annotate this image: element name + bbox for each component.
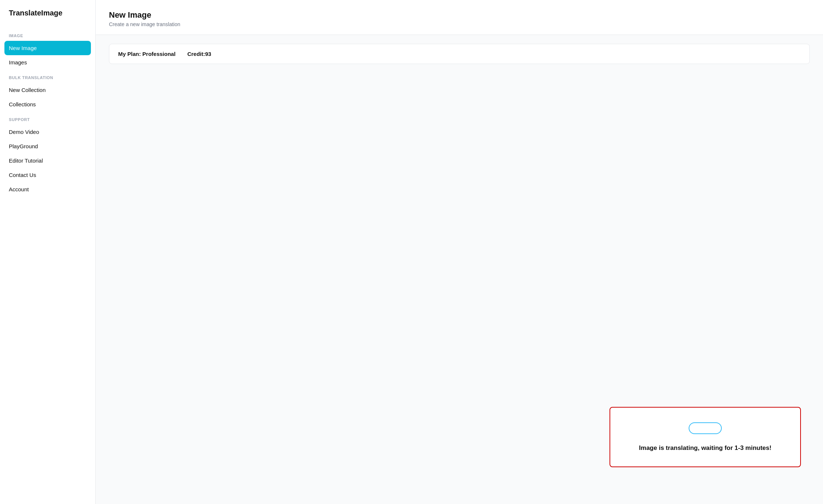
loading-indicator <box>689 422 722 434</box>
main-header: New Image Create a new image translation <box>96 0 823 35</box>
sidebar-item-demo-video[interactable]: Demo Video <box>0 125 95 139</box>
main-content: New Image Create a new image translation… <box>96 0 823 504</box>
sidebar-item-contact-us[interactable]: Contact Us <box>0 168 95 182</box>
sidebar-item-new-image[interactable]: New Image <box>4 41 91 55</box>
page-title: New Image <box>109 10 810 20</box>
sidebar-item-images[interactable]: Images <box>0 55 95 70</box>
sidebar-item-account[interactable]: Account <box>0 182 95 196</box>
section-label-image: IMAGE <box>0 28 95 41</box>
credit-label: Credit:93 <box>187 51 211 57</box>
translation-status-card: Image is translating, waiting for 1-3 mi… <box>610 407 801 467</box>
plan-label: My Plan: Professional <box>118 51 176 57</box>
sidebar-item-collections[interactable]: Collections <box>0 97 95 111</box>
section-label-bulk-translation: BULK TRANSLATION <box>0 70 95 83</box>
sidebar-item-editor-tutorial[interactable]: Editor Tutorial <box>0 153 95 168</box>
section-label-support: SUPPORT <box>0 111 95 125</box>
main-body: Image is translating, waiting for 1-3 mi… <box>96 64 823 504</box>
page-subtitle: Create a new image translation <box>109 21 810 27</box>
plan-bar: My Plan: Professional Credit:93 <box>109 44 810 64</box>
sidebar-item-playground[interactable]: PlayGround <box>0 139 95 153</box>
app-logo: TranslateImage <box>0 9 95 28</box>
sidebar: TranslateImage IMAGE New Image Images BU… <box>0 0 96 504</box>
translation-message: Image is translating, waiting for 1-3 mi… <box>639 444 771 452</box>
sidebar-item-new-collection[interactable]: New Collection <box>0 83 95 97</box>
